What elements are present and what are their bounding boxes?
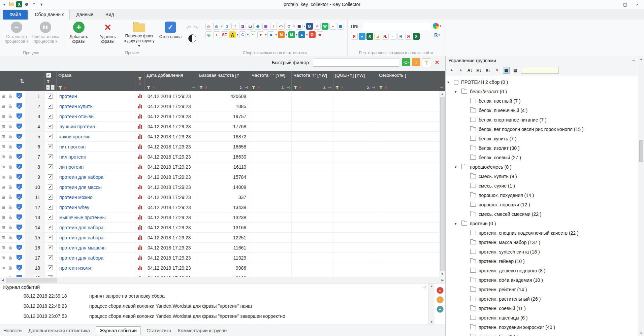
row-expander[interactable]: ⊞ [0,132,7,141]
row-expander[interactable]: ⊞ [0,212,7,222]
scroll-thumb[interactable] [6,278,57,282]
column-header[interactable]: Частота "!" [YW] × Σ⊣ [292,71,333,91]
wordstat-chart-icon[interactable] [138,134,142,139]
wordstat-chart-icon[interactable] [138,195,142,199]
window-vertical-scrollbar[interactable]: ▲ ▼ [638,56,644,336]
group-tree-item[interactable]: протеин. гейнер (10 ) [446,257,638,266]
group-tree-item[interactable]: ▾ПРОТЕИН 2 сбор (0 ) [446,77,638,87]
phrase-cell[interactable]: пит протеин [57,142,135,152]
select-all-checkbox[interactable] [46,73,51,78]
table-row[interactable]: ⊞ ✓ 9 протеин для набора 04.12.2018 17:2… [0,172,439,182]
table-row[interactable]: ⊞ ✓ 7 пил протеин 04.12.2018 17:29:23 16… [0,152,439,162]
pause-processes-button[interactable]: ▮▮ Приостановка процессов ▾ [32,22,59,50]
sort-count-icon[interactable]: 9↓ [485,67,491,74]
wordstat-chart-icon[interactable] [138,165,142,169]
add-nested-group-icon[interactable]: + [457,67,464,74]
row-checkbox[interactable] [48,174,53,179]
serp-parser-icon[interactable]: SE [221,31,228,38]
add-group-icon[interactable]: + [448,67,455,74]
group-tree-item[interactable]: порошок. похудения (14 ) [446,191,638,200]
row-expander[interactable]: ⊞ [0,273,7,277]
scroll-thumb[interactable] [440,97,445,271]
row-expander[interactable]: ⊞ [0,223,7,232]
column-header[interactable]: Сезонность [ × ⊣ [377,71,445,91]
column-header[interactable]: [QUERY] [YW] × Σ⊣ [333,71,377,91]
phrase-cell[interactable]: протеин для похуде [57,273,135,277]
table-row[interactable]: ⊞ ✓ 14 протеин для набора 04.12.2018 17:… [0,223,439,233]
scroll-up-icon[interactable]: ▲ [439,91,445,97]
table-row[interactable]: ⊞ ✓ 16 протеин для мышечн 04.12.2018 17:… [0,243,439,253]
column-filter-icon[interactable] [293,86,297,89]
row-checkbox[interactable] [48,195,53,200]
row-expander[interactable]: ⊞ [0,91,7,101]
google-suggest-icon-dropdown[interactable]: ▾ [247,33,249,36]
log-warnings-button[interactable]: ! [437,296,444,303]
row-checkbox[interactable] [48,215,53,220]
wordstat-chart-icon[interactable] [138,175,142,179]
scroll-up-icon[interactable]: ▲ [638,56,644,62]
group-tree-item[interactable]: смесь. смесей смесями (22 ) [446,209,638,219]
tab-data[interactable]: Данные [71,10,99,20]
scroll-down-icon[interactable]: ▼ [439,271,445,277]
sort-az-icon[interactable]: A↓ [466,67,473,74]
scroll-left-icon[interactable]: ◀ [0,277,5,283]
row-checkbox[interactable] [48,164,53,169]
column-header[interactable]: Базовая частота [Y × Σ⊣ [197,71,250,91]
google-suggest-icon[interactable]: G [239,31,246,38]
mail-ru-icon-dropdown[interactable]: ▾ [286,33,287,36]
column-filter-icon[interactable] [199,86,203,89]
clear-sort-icon[interactable]: × [494,67,501,74]
row-expander[interactable]: ⊞ [0,233,7,242]
row-checkbox[interactable] [48,205,53,210]
yandex-direct-icon[interactable]: Д [229,31,236,38]
images-stat-icon[interactable]: ◪ [239,23,246,30]
column-filter-clear-icon[interactable]: × [299,86,301,90]
table-row[interactable]: ⊞ ✓ 1 протеин 04.12.2018 17:29:23 420608 [0,91,439,101]
bottom-tab-item[interactable]: Комментарии к группе [177,327,227,335]
group-tree-item[interactable]: белок. спортивное питание (7 ) [446,115,638,125]
wordstat-chart-icon[interactable] [138,185,142,189]
positions-xls-icon[interactable]: X [366,33,373,40]
snippets-icon[interactable]: ▦ [296,23,302,30]
url-input[interactable] [363,23,430,30]
stop-processes-button[interactable]: − Остановка процессов ▾ [3,22,30,50]
row-checkbox[interactable] [48,265,53,270]
yandex-direct-icon-dropdown[interactable]: ▾ [237,33,238,36]
column-filter-clear-icon[interactable]: × [152,86,155,90]
group-tree-item[interactable]: протеин. syntech синта (18 ) [446,247,638,257]
group-tree-item[interactable]: протеин. масса набор (137 ) [446,238,638,247]
group-tree-item[interactable]: ▾порошок/смесь (0 ) [446,162,638,172]
bonus-icon[interactable]: ★ [317,31,323,38]
open-folder-icon[interactable] [9,1,15,7]
column-filter-clear-icon[interactable]: × [64,86,66,90]
alert-filter-button[interactable]: ! [412,58,420,66]
clear-filter-button[interactable]: × [433,58,441,66]
wordstat-deep-collect-icon[interactable]: ılı [213,23,220,30]
tree-expand-arrow[interactable]: ▾ [447,80,454,85]
column-filter-clear-icon[interactable]: × [139,82,141,86]
scroll-down-icon[interactable]: ▼ [429,319,434,325]
code-analysis-icon[interactable]: <> [278,23,285,30]
table-row[interactable]: ⊞ ✓ 15 протеин для набора 04.12.2018 17:… [0,233,439,243]
row-checkbox[interactable] [48,134,53,139]
tab-data-collection[interactable]: Сбор данных [29,10,69,20]
wordstat-deep-collect-icon-dropdown[interactable]: ▾ [221,25,223,28]
log-errors-button[interactable]: × [437,287,444,294]
group-tree-item[interactable]: белок. пшеничный (4 ) [446,106,638,115]
megaindex-icon-dropdown[interactable]: ▾ [296,33,298,36]
table-row[interactable]: ⊞ ✓ 2 протеин купить 04.12.2018 17:29:23… [0,101,439,111]
metrika-icon[interactable]: ∷ [231,23,238,30]
phrase-cell[interactable]: пил протеин [57,152,135,162]
export-excel-icon[interactable]: X [16,1,22,7]
tree-expand-arrow[interactable]: ▾ [455,165,461,169]
table-row[interactable]: ⊞ ✓ 19 протеин для похуде 04.12.2018 17:… [0,273,439,277]
eraser-icon[interactable]: ◢ [374,33,381,40]
group-tree-item[interactable]: смесь. сухие (1 ) [446,181,638,191]
group-tree-item[interactable]: протеин. пшеницы (6 ) [446,313,638,323]
phrase-cell[interactable]: протеин для набора [57,253,135,263]
row-expander[interactable]: ⊞ [0,162,7,172]
column-filter-icon[interactable] [147,86,151,89]
phrase-cell[interactable]: протеин можно [57,192,135,202]
row-checkbox[interactable] [48,245,53,250]
group-tree-item[interactable]: ▾белок/изолат (0 ) [446,87,638,96]
